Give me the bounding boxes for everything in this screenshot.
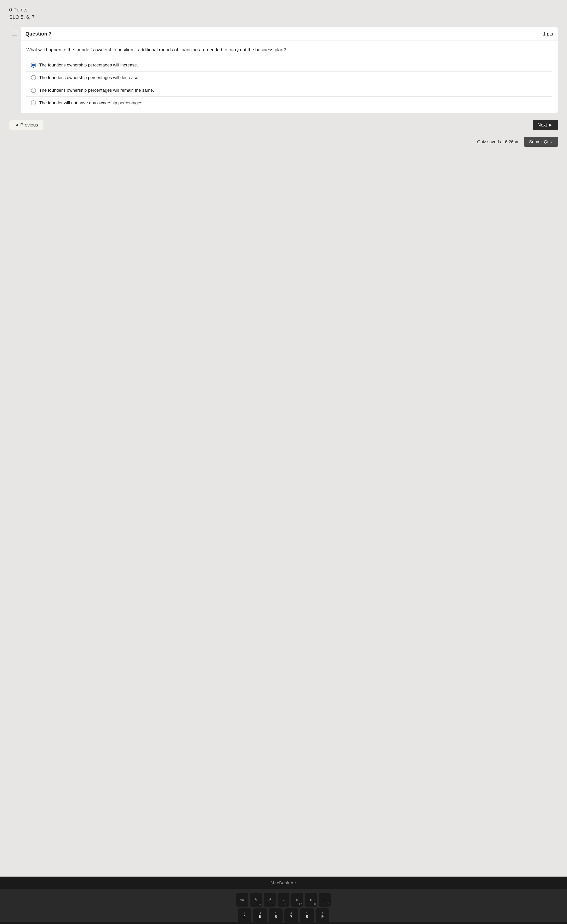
key-7[interactable]: & 7 [284,908,298,922]
answer-option-c[interactable]: The founder's ownership percentages will… [26,84,552,97]
answer-text-d: The founder will not have any ownership … [39,100,144,105]
key-6-top: ^ [275,912,276,914]
key-f5-label: F5 [272,903,274,905]
key-f7-icon: ⏮ [296,898,298,901]
key-5-top: % [259,912,261,914]
key-f5-icon: 🎤 [268,898,272,902]
answer-options: The founder's ownership percentages will… [26,58,552,109]
key-9-top: ( [322,912,323,914]
nav-row: ◄ Previous Next ► [9,120,558,130]
submit-quiz-button[interactable]: Submit Quiz [524,137,558,147]
key-f7[interactable]: ⏮ F7 [291,893,303,907]
macbook-label: MacBook Air [0,880,567,885]
answer-text-c: The founder's ownership percentages will… [39,88,154,93]
key-6[interactable]: ^ 6 [269,908,283,922]
function-key-row: esc 🔍 F4 🎤 F5 ☽ F6 ⏮ F7 ⏯ F8 [3,893,564,907]
key-f9[interactable]: ⏭ F9 [319,893,331,907]
key-8-bottom: 8 [306,914,308,919]
key-f9-icon: ⏭ [324,898,326,901]
radio-c[interactable] [31,88,36,93]
radio-inner-a [32,64,35,66]
radio-a[interactable] [31,63,36,68]
answer-option-b[interactable]: The founder's ownership percentages will… [26,72,552,84]
key-5[interactable]: % 5 [253,908,267,922]
question-checkbox[interactable] [12,31,17,36]
key-f8-icon: ⏯ [310,898,312,901]
key-7-top: & [290,912,292,914]
question-header: Question 7 1 pts [21,27,558,41]
question-card: Question 7 1 pts What will happen to the… [21,27,558,113]
key-9-bottom: 9 [321,914,324,919]
keyboard-area: esc 🔍 F4 🎤 F5 ☽ F6 ⏮ F7 ⏯ F8 [0,889,567,922]
points-label: 0 Points [9,7,558,13]
key-f4-icon: 🔍 [254,898,258,902]
radio-d[interactable] [31,100,36,105]
question-points: 1 pts [543,32,553,37]
key-f8[interactable]: ⏯ F8 [305,893,317,907]
key-f6[interactable]: ☽ F6 [278,893,290,907]
question-body: What will happen to the founder's owners… [21,41,558,113]
question-title: Question 7 [26,31,52,37]
previous-button[interactable]: ◄ Previous [9,120,44,130]
key-f4-label: F4 [258,903,261,905]
key-8-top: * [306,912,308,914]
key-4-top: $ [244,912,245,914]
number-key-row: $ 4 % 5 ^ 6 & 7 * 8 ( 9 [3,908,564,922]
question-text: What will happen to the founder's owners… [26,46,552,53]
slo-label: SLO 5, 6, 7 [9,14,558,20]
key-f4[interactable]: 🔍 F4 [250,893,262,907]
key-4[interactable]: $ 4 [238,908,251,922]
radio-b[interactable] [31,75,36,80]
key-5-bottom: 5 [259,914,261,919]
key-6-bottom: 6 [274,914,277,919]
answer-text-b: The founder's ownership percentages will… [39,75,140,80]
key-7-bottom: 7 [290,914,292,919]
answer-text-a: The founder's ownership percentages will… [39,63,138,68]
key-4-bottom: 4 [243,914,246,919]
save-submit-row: Quiz saved at 6:26pm Submit Quiz [9,137,558,147]
next-button[interactable]: Next ► [532,120,558,130]
key-esc-label: esc [240,898,244,901]
key-f5[interactable]: 🎤 F5 [264,893,276,907]
answer-option-a[interactable]: The founder's ownership percentages will… [26,59,552,72]
answer-option-d[interactable]: The founder will not have any ownership … [26,97,552,109]
key-f9-label: F9 [327,903,329,905]
key-f8-label: F8 [313,903,316,905]
save-status: Quiz saved at 6:26pm [477,140,519,144]
laptop-bottom: MacBook Air esc 🔍 F4 🎤 F5 ☽ F6 ⏮ F7 [0,877,567,924]
key-f7-label: F7 [299,903,302,905]
key-9[interactable]: ( 9 [316,908,329,922]
key-esc[interactable]: esc [236,893,248,907]
key-8[interactable]: * 8 [300,908,314,922]
key-f6-label: F6 [285,903,288,905]
key-f6-icon: ☽ [282,898,285,902]
